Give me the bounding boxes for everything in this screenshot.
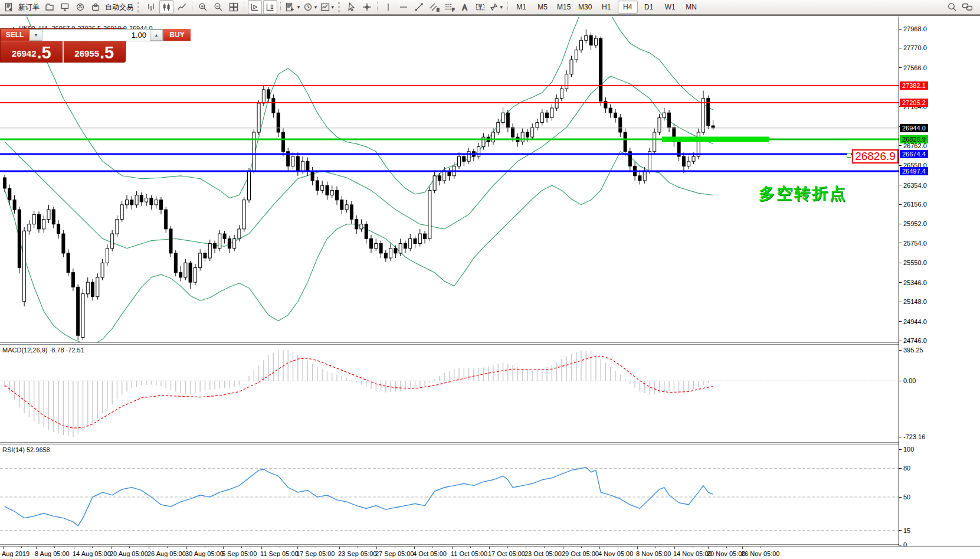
- buy-price-main: 26955: [74, 46, 99, 61]
- time-tick: [111, 547, 112, 549]
- volume-increase-button[interactable]: ▲: [150, 30, 163, 41]
- timeframe-button-m30[interactable]: M30: [575, 1, 595, 14]
- horizontal-line-icon[interactable]: [396, 0, 411, 14]
- price-tag-label[interactable]: 26826.9: [852, 149, 899, 164]
- rsi-tick-label: 100: [899, 445, 914, 453]
- periods-icon[interactable]: ▼: [303, 0, 319, 14]
- sell-price-main: 26942: [12, 46, 37, 61]
- templates-icon[interactable]: ▼: [320, 0, 336, 14]
- trendline-handle[interactable]: [847, 153, 851, 158]
- time-tick-minor: [167, 547, 168, 548]
- time-tick-minor: [21, 547, 22, 548]
- price-line-label: 26826.9: [900, 135, 928, 143]
- macd-pane[interactable]: [0, 345, 899, 442]
- time-axis-label: 14 Nov 05:00: [673, 550, 712, 557]
- time-tick-minor: [470, 547, 471, 548]
- rsi-tick-label: 80: [899, 464, 910, 472]
- equidistant-channel-icon[interactable]: E: [427, 0, 441, 14]
- new-order-button[interactable]: [2, 0, 16, 14]
- price-tick-label: 27770.0: [899, 44, 927, 52]
- text-icon[interactable]: A: [458, 0, 472, 14]
- fibonacci-icon[interactable]: F: [443, 0, 457, 14]
- rsi-pane[interactable]: [0, 444, 899, 545]
- toolbar-drag-handle[interactable]: [338, 2, 342, 12]
- time-axis-label: 11 Oct 05:00: [451, 550, 487, 557]
- main-price-pane[interactable]: [0, 17, 899, 342]
- vertical-line-icon[interactable]: [381, 0, 395, 14]
- sell-button[interactable]: SELL: [1, 29, 29, 41]
- toolbar-separator: [507, 2, 509, 12]
- price-tick-label: 25952.0: [899, 220, 927, 228]
- toolbar-separator: [377, 2, 378, 12]
- timeframe-button-m5[interactable]: M5: [533, 1, 553, 14]
- cursor-icon[interactable]: [345, 0, 359, 14]
- chevron-down-icon: ▼: [296, 5, 301, 10]
- line-chart-icon[interactable]: [175, 0, 189, 14]
- price-axis[interactable]: 27968.027770.027566.027368.027164.026960…: [899, 17, 980, 545]
- time-tick: [742, 547, 743, 549]
- time-tick-minor: [316, 547, 316, 548]
- auto-trading-label[interactable]: 自动交易: [105, 2, 133, 12]
- toolbar-separator: [244, 2, 245, 12]
- time-tick-minor: [92, 547, 93, 548]
- tile-windows-icon[interactable]: [227, 0, 241, 14]
- indicators-icon[interactable]: ▼: [284, 0, 301, 14]
- timeframe-button-w1[interactable]: W1: [660, 1, 680, 14]
- pane-resize-separator[interactable]: [0, 442, 980, 444]
- chart-window: ▲HK50-,H4 26967.027026.526919.026944.0 S…: [0, 15, 980, 559]
- time-tick: [674, 547, 675, 549]
- timeframe-button-m15[interactable]: M15: [554, 1, 574, 14]
- crosshair-icon[interactable]: [360, 0, 374, 14]
- main-toolbar: 新订单 自动交易 ▼ ▼: [0, 0, 980, 15]
- time-tick-minor: [280, 547, 280, 548]
- auto-scroll-icon[interactable]: [248, 0, 262, 14]
- volume-stepper: ▼ ▲: [29, 29, 163, 41]
- time-tick-minor: [655, 547, 656, 548]
- zoom-out-icon[interactable]: [211, 0, 225, 14]
- macd-tick-label: 0.00: [899, 377, 916, 385]
- candlestick-chart-icon[interactable]: [159, 0, 173, 14]
- macd-signal-line: [5, 356, 713, 428]
- chart-shift-icon[interactable]: [263, 0, 277, 14]
- zoom-in-icon[interactable]: [196, 0, 210, 14]
- macd-histogram: [4, 350, 713, 437]
- pane-resize-separator[interactable]: [0, 342, 980, 345]
- volume-decrease-button[interactable]: ▼: [30, 30, 42, 41]
- search-icon[interactable]: [945, 0, 959, 14]
- chat-icon[interactable]: [961, 0, 975, 14]
- time-axis[interactable]: Aug 20198 Aug 05:0014 Aug 05:0020 Aug 05…: [0, 547, 980, 559]
- time-axis-label: 5 Sep 05:00: [222, 550, 257, 557]
- buy-price-display[interactable]: 26955.5: [64, 41, 126, 63]
- time-tick: [414, 547, 415, 549]
- text-label-icon[interactable]: T: [473, 0, 487, 14]
- sell-price-display[interactable]: 26942.5: [1, 41, 63, 63]
- time-axis-label: 4 Oct 05:00: [413, 550, 447, 557]
- time-tick-minor: [693, 547, 693, 548]
- arrows-icon[interactable]: ▼: [489, 0, 504, 14]
- time-axis-label: 14 Aug 05:00: [73, 550, 111, 557]
- timeframe-button-mn[interactable]: MN: [681, 1, 702, 14]
- trendline-icon[interactable]: [412, 0, 426, 14]
- toolbar-drag-handle[interactable]: [137, 2, 142, 12]
- time-tick-minor: [432, 547, 433, 548]
- chevron-down-icon: ▼: [313, 5, 318, 10]
- new-order-label[interactable]: 新订单: [18, 2, 40, 12]
- time-axis-label: 23 Oct 05:00: [525, 550, 562, 557]
- time-tick: [261, 547, 262, 549]
- time-tick: [563, 547, 563, 549]
- timeframe-button-h4[interactable]: H4: [618, 1, 638, 14]
- timeframe-button-h1[interactable]: H1: [596, 1, 617, 14]
- mt4-window: { "toolbar": { "new_order_label": "新订单",…: [0, 0, 980, 559]
- rsi-indicator-label: RSI(14) 52.9658: [2, 446, 50, 453]
- time-tick-minor: [726, 547, 727, 548]
- market-watch-icon[interactable]: [58, 0, 72, 14]
- buy-button[interactable]: BUY: [163, 29, 191, 41]
- auto-trading-icon[interactable]: [89, 0, 103, 14]
- timeframe-button-m1[interactable]: M1: [512, 1, 532, 14]
- profiles-icon[interactable]: [42, 0, 57, 14]
- price-tick-label: 25550.0: [899, 259, 927, 267]
- timeframe-button-d1[interactable]: D1: [639, 1, 659, 14]
- bar-chart-icon[interactable]: [144, 0, 158, 14]
- signal-icon[interactable]: [73, 0, 87, 14]
- volume-input[interactable]: [42, 30, 150, 41]
